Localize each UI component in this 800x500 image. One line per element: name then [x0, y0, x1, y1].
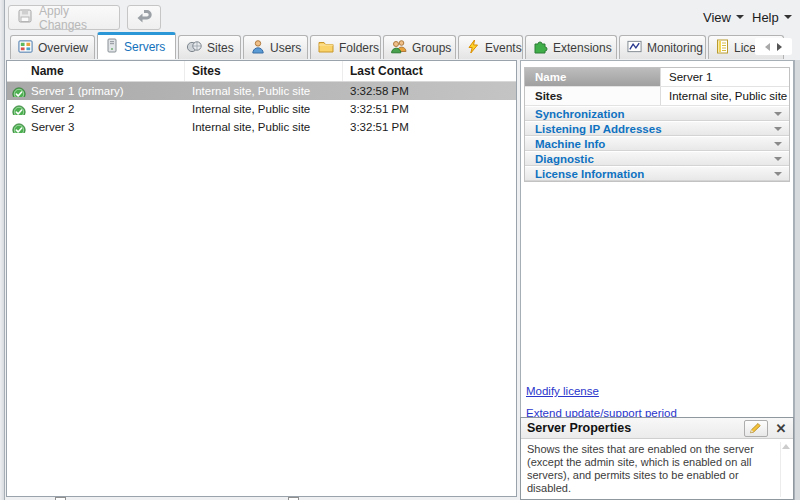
overview-icon — [18, 39, 33, 57]
cell-sites: Internal site, Public site — [185, 85, 343, 97]
cell-last-contact: 3:32:58 PM — [343, 85, 515, 97]
edit-description-button[interactable] — [744, 420, 768, 437]
tab-events[interactable]: Events — [458, 35, 523, 59]
scroll-left-icon[interactable] — [765, 43, 770, 51]
help-panel-title: Server Properties — [521, 421, 631, 435]
cell-name: Server 1 (primary) — [7, 85, 185, 97]
tab-label: Extensions — [553, 41, 612, 55]
sites-icon — [186, 39, 202, 57]
apply-changes-label: Apply Changes — [39, 4, 111, 32]
table-row[interactable]: Server 1 (primary) Internal site, Public… — [7, 82, 516, 100]
pencil-icon — [749, 420, 763, 438]
table-row[interactable]: Server 3 Internal site, Public site 3:32… — [7, 118, 516, 136]
tab-label: Groups — [412, 41, 451, 55]
chevron-down-icon — [774, 127, 782, 131]
section-machine-info[interactable]: Machine Info — [525, 136, 789, 151]
help-panel: Server Properties ✕ Shows the sites that… — [520, 417, 794, 500]
section-label: License Information — [525, 168, 644, 180]
tab-scroll-control — [755, 38, 792, 55]
groups-icon — [391, 39, 407, 57]
tab-label: Folders — [339, 41, 379, 55]
tab-users[interactable]: Users — [243, 35, 308, 59]
chevron-down-icon — [736, 15, 744, 19]
help-description: Shows the sites that are enabled on the … — [521, 439, 793, 495]
property-row-sites[interactable]: Sites Internal site, Public site — [525, 87, 789, 106]
undo-icon — [135, 8, 153, 28]
servers-icon — [105, 38, 119, 56]
tab-label: Lice — [734, 41, 756, 55]
property-value: Server 1 — [660, 68, 789, 86]
column-header-name[interactable]: Name — [7, 61, 185, 81]
status-ok-icon — [12, 123, 26, 133]
section-listening-ip-addresses[interactable]: Listening IP Addresses — [525, 121, 789, 136]
tab-label: Monitoring — [647, 41, 703, 55]
view-menu[interactable]: View — [703, 8, 744, 26]
tab-folders[interactable]: Folders — [310, 35, 381, 59]
tab-groups[interactable]: Groups — [383, 35, 456, 59]
scroll-right-icon[interactable] — [777, 43, 782, 51]
property-row-name[interactable]: Name Server 1 — [525, 68, 789, 87]
save-icon — [17, 8, 33, 27]
tab-extensions[interactable]: Extensions — [525, 35, 617, 59]
section-synchronization[interactable]: Synchronization — [525, 106, 789, 121]
tab-strip: Overview Servers Sites Users Folders Gro… — [0, 32, 800, 59]
license-icon — [716, 39, 729, 57]
server-list-panel: Name Sites Last Contact Server 1 (primar… — [6, 60, 517, 497]
tab-label: Events — [485, 41, 522, 55]
property-grid: Name Server 1 Sites Internal site, Publi… — [524, 67, 790, 182]
window-left-edge — [0, 0, 5, 500]
section-diagnostic[interactable]: Diagnostic — [525, 151, 789, 166]
chevron-down-icon — [774, 157, 782, 161]
chevron-down-icon — [774, 172, 782, 176]
tab-servers[interactable]: Servers — [97, 32, 176, 59]
undo-button[interactable] — [127, 5, 161, 30]
scroll-up-icon — [782, 444, 790, 449]
tab-label: Servers — [124, 40, 165, 54]
property-value: Internal site, Public site — [660, 87, 789, 105]
section-label: Synchronization — [525, 108, 624, 120]
status-ok-icon — [12, 105, 26, 115]
tab-sites[interactable]: Sites — [178, 35, 241, 59]
cell-name: Server 2 — [7, 103, 185, 115]
property-label: Name — [525, 68, 660, 86]
property-label: Sites — [525, 87, 660, 105]
monitoring-icon — [627, 39, 642, 57]
toolbar: Apply Changes View Help — [0, 0, 800, 32]
tab-overview[interactable]: Overview — [10, 35, 95, 59]
extensions-icon — [533, 39, 548, 57]
table-header-row: Name Sites Last Contact — [7, 61, 516, 82]
chevron-down-icon — [774, 112, 782, 116]
server-name: Server 2 — [31, 103, 74, 115]
events-icon — [466, 39, 480, 57]
help-scrollbar[interactable] — [780, 442, 791, 497]
help-menu[interactable]: Help — [752, 8, 792, 26]
server-name: Server 3 — [31, 121, 74, 133]
tab-label: Users — [270, 41, 301, 55]
cell-name: Server 3 — [7, 121, 185, 133]
tab-monitoring[interactable]: Monitoring — [619, 35, 706, 59]
status-ok-icon — [12, 87, 26, 97]
view-menu-label: View — [703, 10, 731, 25]
tab-label: Overview — [38, 41, 88, 55]
modify-license-link[interactable]: Modify license — [526, 385, 599, 397]
users-icon — [251, 39, 265, 57]
table-row[interactable]: Server 2 Internal site, Public site 3:32… — [7, 100, 516, 118]
cell-last-contact: 3:32:51 PM — [343, 103, 515, 115]
tab-label: Sites — [207, 41, 234, 55]
section-label: Machine Info — [525, 138, 605, 150]
folders-icon — [318, 39, 334, 56]
cell-last-contact: 3:32:51 PM — [343, 121, 515, 133]
section-license-information[interactable]: License Information — [525, 166, 789, 181]
apply-changes-button[interactable]: Apply Changes — [8, 5, 120, 30]
server-name: Server 1 (primary) — [31, 85, 124, 97]
section-label: Diagnostic — [525, 153, 594, 165]
cell-sites: Internal site, Public site — [185, 103, 343, 115]
column-header-last-contact[interactable]: Last Contact — [343, 61, 515, 81]
close-icon[interactable]: ✕ — [772, 419, 790, 437]
help-panel-header: Server Properties ✕ — [521, 418, 793, 439]
column-header-sites[interactable]: Sites — [185, 61, 343, 81]
chevron-down-icon — [784, 15, 792, 19]
help-menu-label: Help — [752, 10, 779, 25]
chevron-down-icon — [774, 142, 782, 146]
cell-sites: Internal site, Public site — [185, 121, 343, 133]
